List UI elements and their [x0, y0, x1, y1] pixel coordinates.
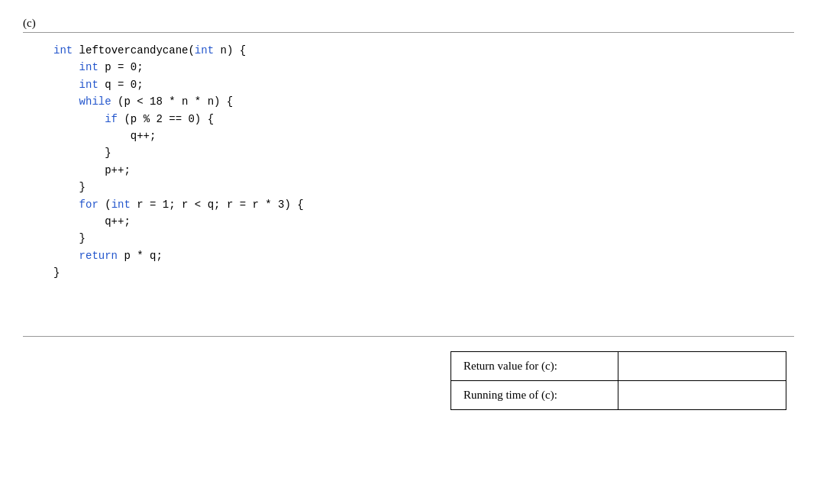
code-line-10: for (int r = 1; r < q; r = r * 3) { [53, 196, 794, 213]
kw-int-4: int [79, 79, 98, 91]
running-time-row: Running time of (c): [450, 381, 786, 410]
page-container: (c) int leftovercandycane(int n) { int p… [0, 0, 817, 504]
code-line-9: } [53, 179, 794, 195]
return-value-input[interactable] [618, 351, 786, 381]
code-line-3: int q = 0; [53, 76, 794, 93]
kw-while: while [79, 95, 111, 108]
code-line-6: q++; [53, 128, 794, 144]
code-line-5: if (p % 2 == 0) { [53, 111, 794, 128]
kw-int-2: int [195, 44, 214, 57]
kw-int-5: int [111, 199, 131, 211]
running-time-label: Running time of (c): [450, 381, 618, 410]
kw-int-3: int [79, 61, 98, 73]
code-line-4: while (p < 18 * n * n) { [53, 93, 794, 110]
kw-if: if [105, 113, 118, 125]
top-divider [23, 32, 794, 33]
bottom-divider [23, 336, 794, 337]
kw-return: return [79, 250, 118, 262]
running-time-input[interactable] [618, 381, 786, 410]
code-line-12: } [53, 230, 794, 247]
code-line-11: q++; [53, 213, 794, 230]
code-line-2: int p = 0; [53, 59, 794, 76]
kw-int-1: int [53, 44, 73, 57]
kw-for: for [79, 199, 98, 211]
return-value-row: Return value for (c): [450, 351, 786, 381]
code-line-1: int leftovercandycane(int n) { [53, 42, 794, 59]
code-line-8: p++; [53, 162, 794, 179]
code-block: int leftovercandycane(int n) { int p = 0… [53, 42, 794, 281]
code-line-14: } [53, 264, 794, 281]
answer-section: Return value for (c): Running time of (c… [450, 351, 786, 410]
code-line-7: } [53, 144, 794, 161]
code-line-13: return p * q; [53, 247, 794, 264]
return-value-label: Return value for (c): [450, 351, 618, 381]
section-label: (c) [23, 17, 36, 30]
